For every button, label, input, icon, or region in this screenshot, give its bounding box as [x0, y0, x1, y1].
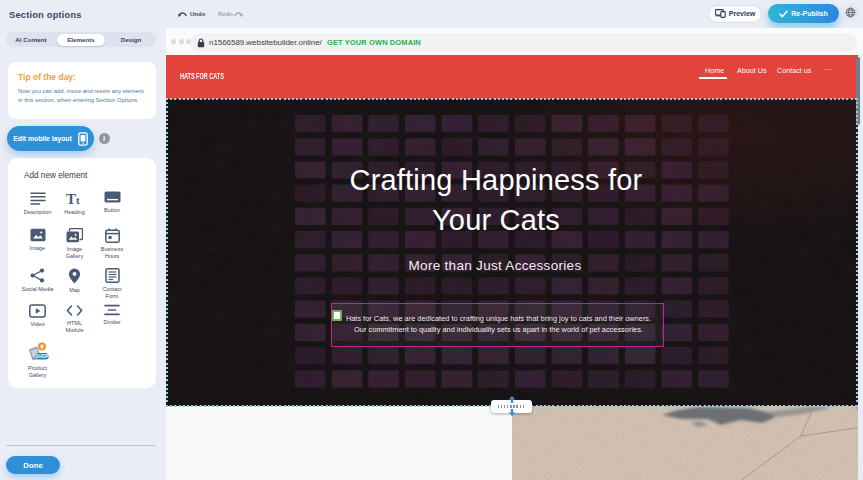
svg-text:SHOP: SHOP [35, 354, 49, 359]
svg-text:T: T [66, 191, 76, 207]
svg-text:t: t [76, 194, 80, 206]
